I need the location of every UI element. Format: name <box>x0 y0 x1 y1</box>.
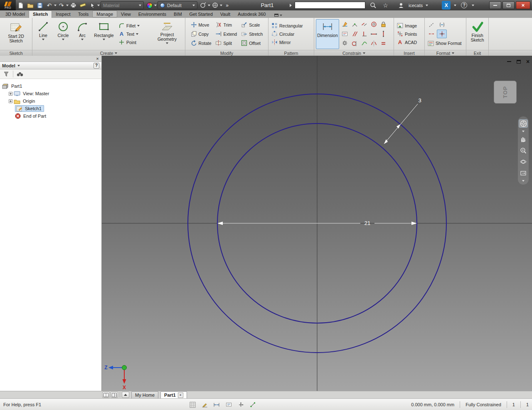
document-restore-button[interactable] <box>517 60 521 64</box>
tab-view[interactable]: View <box>117 10 135 18</box>
tab-autodesk-360[interactable]: Autodesk 360 <box>234 10 269 18</box>
tab-vault[interactable]: Vault <box>217 10 234 18</box>
panel-label-pattern[interactable]: Pattern <box>268 50 314 56</box>
new-document-button[interactable] <box>16 1 25 10</box>
panel-label-constrain[interactable]: Constrain <box>314 50 394 56</box>
orbit-button[interactable] <box>519 158 528 166</box>
browser-close-icon[interactable]: × <box>95 57 100 61</box>
exchange-apps-button[interactable]: X <box>442 1 451 10</box>
redo-dropdown-icon[interactable] <box>66 5 69 6</box>
panel-label-format[interactable]: Format <box>425 50 466 56</box>
expand-tabstrip-button[interactable] <box>122 392 129 398</box>
navbar-more-dropdown-icon[interactable] <box>522 180 525 182</box>
help-dropdown-icon[interactable] <box>472 5 474 6</box>
exchange-dropdown-icon[interactable] <box>454 5 456 6</box>
view-cube[interactable]: TOP <box>494 81 517 104</box>
graphics-viewport[interactable]: 21 3 Z X × TOP <box>102 56 532 391</box>
trim-tool-button[interactable]: Trim <box>214 21 238 29</box>
tab-tools[interactable]: Tools <box>74 10 93 18</box>
browser-header[interactable]: Model ? <box>0 62 101 69</box>
offset-tool-button[interactable]: Offset <box>240 39 264 47</box>
tree-row-sketch1[interactable]: Sketch1 <box>2 105 101 112</box>
look-at-button[interactable] <box>519 169 528 177</box>
undo-dropdown-icon[interactable] <box>54 5 57 6</box>
material-combo[interactable]: Material <box>101 1 144 9</box>
project-geometry-button[interactable]: Project Geometry <box>153 19 181 49</box>
point-tool-button[interactable]: Point <box>117 38 152 47</box>
user-dropdown-icon[interactable] <box>426 5 428 6</box>
constraint-settings-button[interactable] <box>340 39 349 47</box>
symmetric-constraint-button[interactable] <box>369 39 378 48</box>
zoom-button[interactable] <box>519 146 528 155</box>
fillet-tool-button[interactable]: Fillet <box>117 22 152 30</box>
rectangular-pattern-button[interactable]: Rectangular <box>270 22 304 30</box>
rectangle-tool-button[interactable]: Rectangle <box>92 19 116 49</box>
extend-tool-button[interactable]: Extend <box>214 30 238 38</box>
expander-plus-icon[interactable] <box>9 92 12 96</box>
browser-find-button[interactable] <box>16 70 24 78</box>
rotate-tool-button[interactable]: Rotate <box>190 39 213 47</box>
tree-row-origin[interactable]: Origin <box>2 97 101 105</box>
print-button[interactable] <box>69 1 78 10</box>
favorites-button[interactable]: ☆ <box>381 1 390 10</box>
document-close-button[interactable]: × <box>526 59 530 64</box>
parallel-constraint-button[interactable] <box>350 30 359 38</box>
part1-tab-close-icon[interactable]: × <box>178 393 183 398</box>
precise-input-button[interactable] <box>224 400 233 409</box>
visual-style-button[interactable] <box>211 1 219 10</box>
open-button[interactable] <box>26 1 34 10</box>
move-tool-button[interactable]: Move <box>190 21 213 29</box>
tree-row-view-master[interactable]: View: Master <box>2 90 101 97</box>
smooth-constraint-button[interactable] <box>360 39 369 48</box>
tab-environments[interactable]: Environments <box>135 10 170 18</box>
collinear-constraint-button[interactable] <box>360 20 369 29</box>
centerline-toggle-button[interactable] <box>426 30 436 38</box>
arrange-windows-button[interactable] <box>102 392 110 398</box>
material-adjust-dropdown-icon[interactable] <box>154 5 157 6</box>
show-format-button[interactable]: Show Format <box>426 39 463 47</box>
show-constraints-button[interactable] <box>340 30 349 38</box>
insert-acad-button[interactable]: A ACAD <box>396 38 418 47</box>
tile-windows-button[interactable] <box>111 392 118 398</box>
insert-image-button[interactable]: Image <box>396 22 418 30</box>
search-button[interactable] <box>369 1 377 10</box>
horizontal-constraint-button[interactable] <box>369 30 378 38</box>
finish-sketch-button[interactable]: Finish Sketch <box>468 19 487 49</box>
perpendicular-constraint-button[interactable] <box>360 30 369 38</box>
undo-button[interactable]: ↶ <box>45 1 54 10</box>
start-2d-sketch-button[interactable]: Start 2D Sketch <box>3 19 29 49</box>
navigation-wheel-button[interactable] <box>519 119 528 128</box>
fix-constraint-button[interactable] <box>379 20 388 29</box>
tree-row-part[interactable]: Part1 <box>2 82 101 90</box>
select-filter-dropdown-icon[interactable] <box>97 5 100 6</box>
expander-plus-icon[interactable] <box>9 99 12 103</box>
tab-manage[interactable]: Manage <box>92 10 117 17</box>
visual-style-dropdown-icon[interactable] <box>220 5 222 6</box>
center-point-toggle-button[interactable] <box>437 30 447 38</box>
scale-tool-button[interactable]: Scale <box>240 21 264 29</box>
auto-dimension-button[interactable] <box>340 20 349 29</box>
minimize-window-button[interactable] <box>489 1 501 9</box>
redo-button[interactable]: ↷ <box>57 1 66 10</box>
sketch1-selection[interactable]: Sketch1 <box>15 105 44 112</box>
line-tool-button[interactable]: Line <box>34 19 52 49</box>
arc-tool-button[interactable]: Arc <box>74 19 91 49</box>
appearance-combo[interactable]: Default <box>158 1 197 9</box>
copy-tool-button[interactable]: Copy <box>190 30 213 38</box>
panel-label-exit[interactable]: Exit <box>466 50 488 56</box>
navigation-wheel-dropdown-icon[interactable] <box>522 131 525 132</box>
panel-label-modify[interactable]: Modify <box>185 50 268 56</box>
dimension-display-button[interactable] <box>212 400 221 409</box>
construction-mode-button[interactable] <box>200 400 209 409</box>
tab-sketch[interactable]: Sketch <box>29 10 52 18</box>
split-tool-button[interactable]: Split <box>214 39 238 47</box>
tab-my-home[interactable]: My Home <box>131 391 158 398</box>
dimension-gap[interactable]: 3 <box>384 97 421 144</box>
view-cube-face-label[interactable]: TOP <box>502 86 508 99</box>
quick-access-overflow-button[interactable]: » <box>223 1 232 10</box>
constraint-display-button[interactable] <box>249 400 257 409</box>
select-filter-button[interactable] <box>88 1 97 10</box>
browser-help-button[interactable]: ? <box>94 63 99 69</box>
maximize-window-button[interactable] <box>502 1 515 9</box>
tab-bim[interactable]: BIM <box>170 10 186 18</box>
